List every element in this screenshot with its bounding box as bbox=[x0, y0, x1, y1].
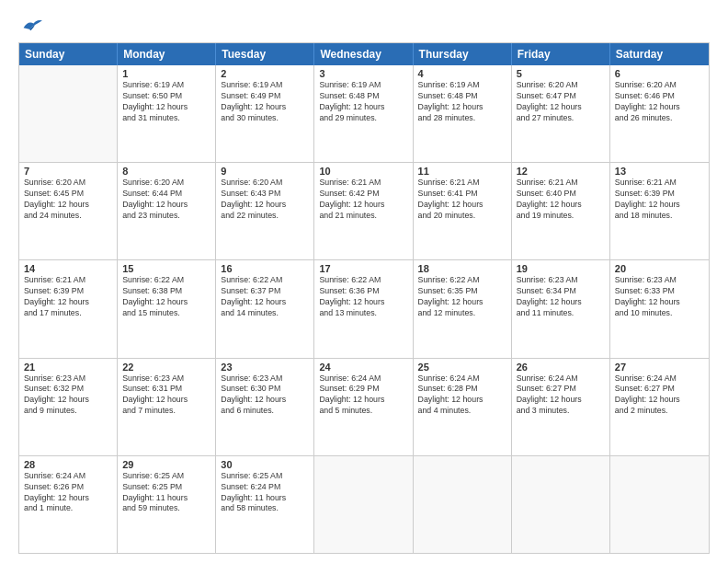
day-number: 20 bbox=[615, 263, 704, 274]
day-number: 9 bbox=[221, 166, 309, 177]
day-number: 15 bbox=[122, 263, 210, 274]
day-number: 27 bbox=[615, 362, 704, 373]
day-3: 3Sunrise: 6:19 AM Sunset: 6:48 PM Daylig… bbox=[314, 65, 413, 162]
day-number: 30 bbox=[221, 459, 309, 470]
day-15: 15Sunrise: 6:22 AM Sunset: 6:38 PM Dayli… bbox=[118, 260, 216, 357]
header bbox=[18, 17, 710, 33]
day-7: 7Sunrise: 6:20 AM Sunset: 6:45 PM Daylig… bbox=[19, 163, 118, 259]
day-info: Sunrise: 6:19 AM Sunset: 6:48 PM Dayligh… bbox=[319, 80, 407, 124]
day-27: 27Sunrise: 6:24 AM Sunset: 6:27 PM Dayli… bbox=[610, 359, 709, 455]
day-number: 6 bbox=[615, 68, 704, 79]
calendar-header: SundayMondayTuesdayWednesdayThursdayFrid… bbox=[19, 43, 709, 65]
calendar-body: 1Sunrise: 6:19 AM Sunset: 6:50 PM Daylig… bbox=[19, 65, 709, 553]
day-info: Sunrise: 6:24 AM Sunset: 6:28 PM Dayligh… bbox=[418, 373, 506, 418]
day-info: Sunrise: 6:24 AM Sunset: 6:27 PM Dayligh… bbox=[517, 373, 605, 418]
day-info: Sunrise: 6:19 AM Sunset: 6:49 PM Dayligh… bbox=[221, 80, 309, 124]
day-info: Sunrise: 6:22 AM Sunset: 6:35 PM Dayligh… bbox=[418, 275, 506, 319]
header-day-wednesday: Wednesday bbox=[314, 43, 413, 65]
day-10: 10Sunrise: 6:21 AM Sunset: 6:42 PM Dayli… bbox=[314, 163, 413, 259]
day-info: Sunrise: 6:23 AM Sunset: 6:34 PM Dayligh… bbox=[517, 275, 605, 319]
week-row-5: 28Sunrise: 6:24 AM Sunset: 6:26 PM Dayli… bbox=[19, 455, 709, 553]
day-info: Sunrise: 6:22 AM Sunset: 6:37 PM Dayligh… bbox=[221, 275, 309, 319]
day-number: 28 bbox=[24, 459, 112, 470]
calendar: SundayMondayTuesdayWednesdayThursdayFrid… bbox=[18, 42, 710, 554]
header-day-thursday: Thursday bbox=[414, 43, 512, 65]
day-13: 13Sunrise: 6:21 AM Sunset: 6:39 PM Dayli… bbox=[610, 163, 709, 259]
day-info: Sunrise: 6:25 AM Sunset: 6:24 PM Dayligh… bbox=[221, 471, 309, 515]
day-number: 13 bbox=[615, 166, 704, 177]
week-row-3: 14Sunrise: 6:21 AM Sunset: 6:39 PM Dayli… bbox=[19, 259, 709, 357]
logo-bird-icon bbox=[22, 17, 42, 33]
day-number: 7 bbox=[24, 166, 112, 177]
empty-cell bbox=[512, 456, 610, 553]
day-info: Sunrise: 6:24 AM Sunset: 6:27 PM Dayligh… bbox=[615, 373, 704, 418]
day-info: Sunrise: 6:20 AM Sunset: 6:47 PM Dayligh… bbox=[517, 80, 605, 124]
day-number: 29 bbox=[122, 459, 210, 470]
day-info: Sunrise: 6:24 AM Sunset: 6:29 PM Dayligh… bbox=[319, 373, 407, 418]
day-12: 12Sunrise: 6:21 AM Sunset: 6:40 PM Dayli… bbox=[512, 163, 610, 259]
day-2: 2Sunrise: 6:19 AM Sunset: 6:49 PM Daylig… bbox=[216, 65, 314, 162]
day-26: 26Sunrise: 6:24 AM Sunset: 6:27 PM Dayli… bbox=[512, 359, 610, 455]
day-number: 4 bbox=[418, 68, 506, 79]
day-info: Sunrise: 6:21 AM Sunset: 6:39 PM Dayligh… bbox=[24, 275, 112, 319]
day-number: 24 bbox=[319, 362, 407, 373]
empty-cell bbox=[610, 456, 709, 553]
day-5: 5Sunrise: 6:20 AM Sunset: 6:47 PM Daylig… bbox=[512, 65, 610, 162]
day-number: 22 bbox=[122, 362, 210, 373]
day-info: Sunrise: 6:20 AM Sunset: 6:43 PM Dayligh… bbox=[221, 178, 309, 222]
day-number: 23 bbox=[221, 362, 309, 373]
day-9: 9Sunrise: 6:20 AM Sunset: 6:43 PM Daylig… bbox=[216, 163, 314, 259]
week-row-4: 21Sunrise: 6:23 AM Sunset: 6:32 PM Dayli… bbox=[19, 358, 709, 455]
day-29: 29Sunrise: 6:25 AM Sunset: 6:25 PM Dayli… bbox=[118, 456, 216, 553]
day-1: 1Sunrise: 6:19 AM Sunset: 6:50 PM Daylig… bbox=[118, 65, 216, 162]
day-number: 17 bbox=[319, 263, 407, 274]
logo bbox=[18, 17, 42, 33]
day-info: Sunrise: 6:23 AM Sunset: 6:33 PM Dayligh… bbox=[615, 275, 704, 319]
day-info: Sunrise: 6:21 AM Sunset: 6:40 PM Dayligh… bbox=[517, 178, 605, 222]
day-8: 8Sunrise: 6:20 AM Sunset: 6:44 PM Daylig… bbox=[118, 163, 216, 259]
empty-cell bbox=[314, 456, 413, 553]
day-number: 12 bbox=[517, 166, 605, 177]
day-16: 16Sunrise: 6:22 AM Sunset: 6:37 PM Dayli… bbox=[216, 260, 314, 357]
day-info: Sunrise: 6:20 AM Sunset: 6:46 PM Dayligh… bbox=[615, 80, 704, 124]
week-row-1: 1Sunrise: 6:19 AM Sunset: 6:50 PM Daylig… bbox=[19, 65, 709, 162]
day-number: 5 bbox=[517, 68, 605, 79]
header-day-saturday: Saturday bbox=[610, 43, 709, 65]
day-info: Sunrise: 6:20 AM Sunset: 6:45 PM Dayligh… bbox=[24, 178, 112, 222]
header-day-friday: Friday bbox=[512, 43, 610, 65]
day-21: 21Sunrise: 6:23 AM Sunset: 6:32 PM Dayli… bbox=[19, 359, 118, 455]
day-22: 22Sunrise: 6:23 AM Sunset: 6:31 PM Dayli… bbox=[118, 359, 216, 455]
day-4: 4Sunrise: 6:19 AM Sunset: 6:48 PM Daylig… bbox=[414, 65, 512, 162]
day-info: Sunrise: 6:25 AM Sunset: 6:25 PM Dayligh… bbox=[122, 471, 210, 515]
day-number: 11 bbox=[418, 166, 506, 177]
day-info: Sunrise: 6:21 AM Sunset: 6:42 PM Dayligh… bbox=[319, 178, 407, 222]
day-number: 26 bbox=[517, 362, 605, 373]
day-24: 24Sunrise: 6:24 AM Sunset: 6:29 PM Dayli… bbox=[314, 359, 413, 455]
day-info: Sunrise: 6:22 AM Sunset: 6:36 PM Dayligh… bbox=[319, 275, 407, 319]
day-number: 25 bbox=[418, 362, 506, 373]
day-info: Sunrise: 6:22 AM Sunset: 6:38 PM Dayligh… bbox=[122, 275, 210, 319]
day-11: 11Sunrise: 6:21 AM Sunset: 6:41 PM Dayli… bbox=[414, 163, 512, 259]
day-number: 3 bbox=[319, 68, 407, 79]
header-day-sunday: Sunday bbox=[19, 43, 118, 65]
day-info: Sunrise: 6:23 AM Sunset: 6:31 PM Dayligh… bbox=[122, 373, 210, 418]
day-number: 10 bbox=[319, 166, 407, 177]
day-number: 16 bbox=[221, 263, 309, 274]
day-info: Sunrise: 6:23 AM Sunset: 6:32 PM Dayligh… bbox=[24, 373, 112, 418]
day-info: Sunrise: 6:21 AM Sunset: 6:39 PM Dayligh… bbox=[615, 178, 704, 222]
day-number: 14 bbox=[24, 263, 112, 274]
day-14: 14Sunrise: 6:21 AM Sunset: 6:39 PM Dayli… bbox=[19, 260, 118, 357]
day-info: Sunrise: 6:19 AM Sunset: 6:50 PM Dayligh… bbox=[122, 80, 210, 124]
day-20: 20Sunrise: 6:23 AM Sunset: 6:33 PM Dayli… bbox=[610, 260, 709, 357]
day-number: 18 bbox=[418, 263, 506, 274]
day-17: 17Sunrise: 6:22 AM Sunset: 6:36 PM Dayli… bbox=[314, 260, 413, 357]
header-day-tuesday: Tuesday bbox=[216, 43, 314, 65]
day-number: 8 bbox=[122, 166, 210, 177]
page: SundayMondayTuesdayWednesdayThursdayFrid… bbox=[0, 0, 728, 563]
day-number: 1 bbox=[122, 68, 210, 79]
header-day-monday: Monday bbox=[118, 43, 216, 65]
day-number: 19 bbox=[517, 263, 605, 274]
week-row-2: 7Sunrise: 6:20 AM Sunset: 6:45 PM Daylig… bbox=[19, 162, 709, 259]
day-6: 6Sunrise: 6:20 AM Sunset: 6:46 PM Daylig… bbox=[610, 65, 709, 162]
day-info: Sunrise: 6:24 AM Sunset: 6:26 PM Dayligh… bbox=[24, 471, 112, 515]
